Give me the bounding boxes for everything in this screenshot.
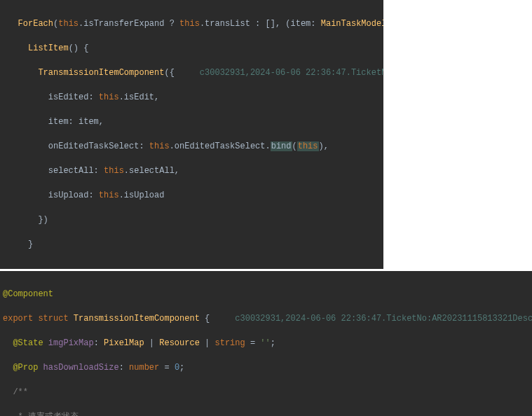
token: () { bbox=[69, 43, 89, 53]
token: = bbox=[159, 363, 175, 373]
code-line: TransmissionItemComponent({ c30032931,20… bbox=[3, 67, 381, 80]
type: Resource bbox=[159, 338, 200, 348]
code-line: isUpload: this.isUpload bbox=[3, 190, 381, 202]
comment: c30032931,2024-06-06 22:36:47.TicketNo:A… bbox=[175, 68, 383, 78]
token: ( bbox=[292, 141, 297, 151]
token: isEdited: bbox=[48, 92, 99, 102]
token: MainTaskModel bbox=[321, 19, 383, 29]
decorator: @Component bbox=[3, 289, 53, 299]
decorator: @Prop bbox=[13, 363, 38, 373]
token: .onEditedTaskSelect. bbox=[170, 141, 271, 151]
token: ForEach bbox=[18, 19, 53, 29]
token: TransmissionItemComponent bbox=[38, 68, 164, 78]
code-line: onEditedTaskSelect: this.onEditedTaskSel… bbox=[3, 141, 381, 153]
comment: c30032931,2024-06-06 22:36:47.TicketNo:A… bbox=[210, 314, 532, 324]
code-line: @State imgPixMap: PixelMap | Resource | … bbox=[3, 338, 529, 350]
token: onEditedTaskSelect: bbox=[48, 141, 149, 151]
code-block-2[interactable]: @Component export struct TransmissionIte… bbox=[0, 271, 532, 417]
token: ; bbox=[179, 363, 184, 373]
token: this bbox=[149, 141, 170, 151]
token: ListItem bbox=[28, 43, 69, 53]
token: .isEdit, bbox=[119, 92, 160, 102]
token-highlight: bind bbox=[271, 141, 292, 151]
token: = bbox=[245, 338, 261, 348]
prop: hasDownloadSize bbox=[38, 363, 118, 373]
code-line: @Prop hasDownloadSize: number = 0; bbox=[3, 362, 529, 375]
token: | bbox=[200, 338, 215, 348]
token: isUpload: bbox=[48, 190, 99, 200]
code-line: /** bbox=[3, 387, 529, 399]
code-line: @Component bbox=[3, 289, 529, 301]
comment: * 速率或者状态 bbox=[13, 412, 79, 416]
keyword: struct bbox=[33, 314, 68, 324]
token: }) bbox=[38, 215, 48, 225]
token: : bbox=[119, 363, 129, 373]
token: ({ bbox=[164, 68, 174, 78]
type: PixelMap bbox=[104, 338, 144, 348]
token: ), bbox=[319, 141, 329, 151]
token: } bbox=[28, 240, 33, 249]
token: | bbox=[144, 338, 160, 348]
token: : bbox=[311, 19, 320, 29]
code-line: }) bbox=[3, 214, 381, 227]
token: .isTransferExpand ? bbox=[79, 19, 179, 29]
code-line: ForEach(this.isTransferExpand ? this.tra… bbox=[3, 18, 381, 31]
type: number bbox=[129, 363, 159, 373]
token: this bbox=[297, 141, 319, 151]
type: TransmissionItemComponent bbox=[69, 314, 200, 324]
code-line: isEdited: this.isEdit, bbox=[3, 92, 381, 104]
keyword: export bbox=[3, 314, 33, 324]
code-line: } bbox=[3, 239, 381, 251]
token: selectAll: bbox=[48, 166, 104, 176]
token: this bbox=[104, 166, 124, 176]
token: item: item, bbox=[48, 117, 104, 127]
token: this bbox=[179, 19, 200, 29]
number: 0 bbox=[175, 363, 179, 373]
comment: /** bbox=[13, 387, 28, 397]
string: '' bbox=[260, 338, 270, 348]
token: .isUpload bbox=[119, 190, 165, 200]
decorator: @State bbox=[13, 338, 43, 348]
token: this bbox=[99, 92, 119, 102]
code-line: * 速率或者状态 bbox=[3, 411, 529, 416]
type: string bbox=[214, 338, 245, 348]
token: : bbox=[94, 338, 104, 348]
code-line: ListItem() { bbox=[3, 43, 381, 55]
code-line: selectAll: this.selectAll, bbox=[3, 165, 381, 178]
token: { bbox=[200, 314, 210, 324]
code-line: export struct TransmissionItemComponent … bbox=[3, 313, 529, 326]
token: ; bbox=[271, 338, 275, 348]
token: this bbox=[99, 190, 119, 200]
token: .selectAll, bbox=[124, 166, 179, 176]
token: .transList : [], ( bbox=[200, 19, 291, 29]
token: this bbox=[58, 19, 79, 29]
code-block-1[interactable]: ForEach(this.isTransferExpand ? this.tra… bbox=[0, 0, 383, 269]
code-line: item: item, bbox=[3, 116, 381, 129]
prop: imgPixMap bbox=[43, 338, 94, 348]
token: item bbox=[291, 19, 311, 29]
